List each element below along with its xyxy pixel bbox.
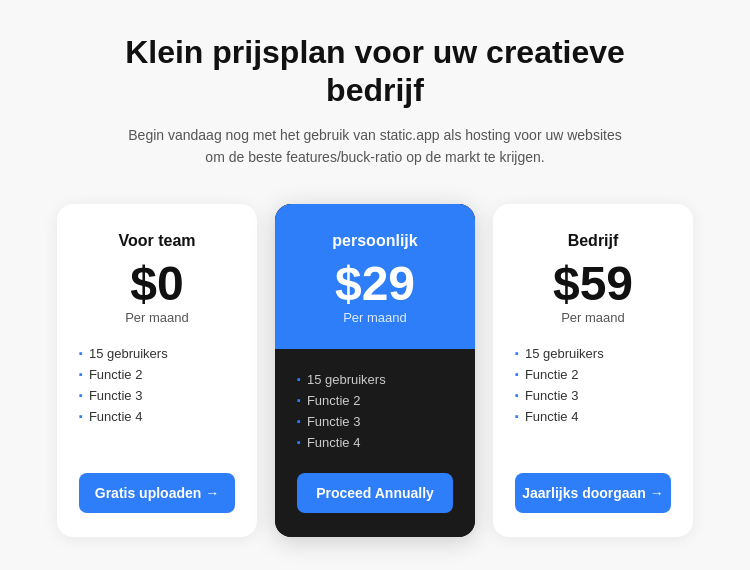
feature-item: Functie 3 [79,385,235,406]
page-header: Klein prijsplan voor uw creatieve bedrij… [125,33,625,169]
feature-item: Functie 4 [297,432,453,453]
team-cta-button[interactable]: Gratis uploaden → [79,473,235,513]
feature-item: Functie 4 [79,406,235,427]
features-list-team: 15 gebruikers Functie 2 Functie 3 Functi… [79,343,235,427]
business-cta-button[interactable]: Jaarlijks doorgaan → [515,473,671,513]
plan-title-team: Voor team [118,232,195,250]
feature-item: Functie 4 [515,406,671,427]
plan-price-business: $59 [553,260,633,308]
pricing-grid: Voor team $0 Per maand 15 gebruikers Fun… [57,204,693,537]
pricing-card-team: Voor team $0 Per maand 15 gebruikers Fun… [57,204,257,537]
personal-cta-button[interactable]: Proceed Annually [297,473,453,513]
feature-item: Functie 3 [515,385,671,406]
feature-item: Functie 2 [79,364,235,385]
page-subtitle: Begin vandaag nog met het gebruik van st… [125,124,625,169]
feature-item: 15 gebruikers [515,343,671,364]
feature-item: Functie 2 [515,364,671,385]
feature-item: Functie 2 [297,390,453,411]
featured-top: persoonlijk $29 Per maand [275,204,475,349]
plan-title-business: Bedrijf [568,232,619,250]
page-title: Klein prijsplan voor uw creatieve bedrij… [125,33,625,110]
plan-title-personal: persoonlijk [332,232,417,250]
plan-price-personal: $29 [335,260,415,308]
feature-item: Functie 3 [297,411,453,432]
feature-item: 15 gebruikers [297,369,453,390]
pricing-card-business: Bedrijf $59 Per maand 15 gebruikers Func… [493,204,693,537]
features-list-business: 15 gebruikers Functie 2 Functie 3 Functi… [515,343,671,427]
plan-period-personal: Per maand [343,310,407,325]
feature-item: 15 gebruikers [79,343,235,364]
pricing-card-personal: persoonlijk $29 Per maand 15 gebruikers … [275,204,475,537]
plan-price-team: $0 [130,260,183,308]
features-list-personal: 15 gebruikers Functie 2 Functie 3 Functi… [297,369,453,453]
plan-period-team: Per maand [125,310,189,325]
plan-period-business: Per maand [561,310,625,325]
featured-bottom: 15 gebruikers Functie 2 Functie 3 Functi… [275,349,475,537]
